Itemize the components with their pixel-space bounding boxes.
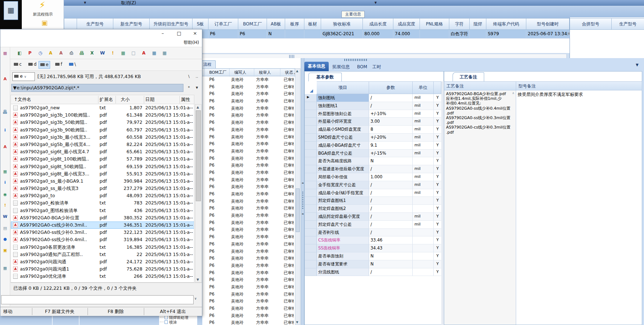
flow-column-header[interactable]: 核审人 [254, 69, 280, 77]
grid-column-header[interactable]: 升级前旧生产型号 [150, 18, 193, 30]
grid-cell[interactable] [304, 30, 321, 38]
grid-cell[interactable] [470, 30, 486, 38]
file-row[interactable]: Aas97902ga0_sig8t_50欧姆阻..pdf69,1592025/0… [11, 163, 194, 170]
param-value-cell[interactable]: / [369, 94, 413, 102]
param-row[interactable]: SMD焊盘尺寸公差+/-20%milY [305, 134, 441, 142]
param-row-marker[interactable] [305, 134, 317, 142]
param-unit-cell[interactable] [413, 236, 434, 244]
file-row[interactable]: Aas97902ga0_ss_最小BGA9.1pdf390,9842025/06… [11, 178, 194, 185]
param-item-cell[interactable]: 是否为高精度线路 [317, 157, 369, 165]
info-icon[interactable]: i [2, 127, 8, 133]
scroll-up-icon[interactable]: ∧ [511, 92, 515, 96]
param-flag-cell[interactable]: Y [434, 134, 441, 142]
param-flag-cell[interactable]: Y [434, 157, 441, 165]
grid-column-header[interactable]: 生产型号 [77, 18, 113, 30]
grid-column-header[interactable]: 成品宽度 [393, 18, 420, 30]
parent-dir-button[interactable]: .. [194, 73, 200, 80]
tree-item[interactable]: 喷涂 [159, 320, 197, 325]
grid-cell[interactable]: N [267, 30, 285, 38]
param-value-cell[interactable]: N [369, 157, 413, 165]
palette-icon[interactable]: ▩ [2, 50, 8, 56]
file-row[interactable]: as97902ga0各层更改清单txt16,3852025/06/13 15:0… [11, 244, 194, 251]
param-item-cell[interactable]: SMD焊盘尺寸公差 [317, 134, 369, 142]
scroll-up-icon[interactable]: ▲ [296, 69, 299, 73]
param-row[interactable]: 分流线图纸/Y [305, 268, 441, 276]
word-icon[interactable]: W [99, 50, 106, 56]
param-unit-cell[interactable]: mil [413, 142, 434, 150]
param-row[interactable]: 外层通道补偿后最小宽度/milY [305, 165, 441, 173]
drive-button-d[interactable]: d [27, 61, 38, 69]
param-column-header[interactable]: 参数 [369, 81, 413, 94]
image3-icon[interactable]: ▦ [161, 50, 168, 56]
word-icon[interactable]: W [2, 214, 8, 220]
grid-cell[interactable] [420, 30, 449, 38]
chevron-down-icon[interactable]: ▼ [374, 1, 377, 4]
param-flag-cell[interactable]: Y [434, 252, 441, 260]
column-size[interactable]: 大小 [121, 97, 130, 103]
param-item-cell[interactable]: 金手指宽度尺寸公差 [317, 181, 369, 189]
param-row-marker[interactable] [305, 260, 317, 268]
param-flag-cell[interactable]: Y [434, 189, 441, 197]
param-flag-cell[interactable]: Y [434, 268, 441, 276]
user-icon[interactable]: ● [2, 236, 8, 242]
clock-icon[interactable]: ◷ [37, 50, 44, 56]
collapse-left-icon[interactable]: ◄ [301, 212, 303, 215]
minimize-button[interactable]: – [157, 31, 168, 37]
param-value-cell[interactable]: N [369, 252, 413, 260]
param-item-cell[interactable]: 是否单面蚀刻 [317, 252, 369, 260]
file-row[interactable]: AAS97902GA0-cs线少补0.3mil..pdf346,3512025/… [11, 222, 194, 229]
maximize-button[interactable]: □ [174, 31, 185, 37]
merge-column-header[interactable]: 生产型号 [612, 18, 644, 30]
file-row[interactable]: AAS97902GA0-BGA少补位置pdf380,3522025/06/13 … [11, 214, 194, 222]
flow-scrollbar[interactable]: ▲ ▼ [295, 68, 300, 325]
param-row[interactable]: 金手指宽度尺寸公差/milY [305, 181, 441, 189]
menu-help[interactable]: 帮助(H) [184, 40, 199, 46]
param-flag-cell[interactable]: Y [434, 221, 441, 229]
scroll-grip[interactable] [289, 55, 294, 58]
blank-doc-icon[interactable]: □ [130, 50, 137, 56]
param-item-cell[interactable]: 局部最小补偿值 [317, 173, 369, 181]
param-row-marker[interactable] [305, 236, 317, 244]
param-unit-cell[interactable]: mil [413, 165, 434, 173]
param-value-cell[interactable]: N [369, 260, 413, 268]
font-yellow-icon[interactable]: A [47, 50, 54, 56]
file-row[interactable]: as97902ga0优化清单txt2662025/06/13 15:01-a-- [11, 273, 194, 280]
chevron-down-icon[interactable]: ▼ [634, 62, 640, 68]
param-row-marker[interactable] [305, 213, 317, 221]
drive-button-e[interactable]: e [39, 61, 50, 69]
param-flag-cell[interactable]: Y [434, 150, 441, 158]
param-row[interactable]: 外层最小焊环宽度3.00milY [305, 118, 441, 126]
param-unit-cell[interactable]: mil [413, 118, 434, 126]
param-item-cell[interactable]: 蚀刻图纸 [317, 94, 369, 102]
image-icon[interactable]: ▦ [120, 50, 127, 56]
param-row[interactable]: 成品最小BGA焊盘尺寸9.1milY [305, 142, 441, 150]
file-row[interactable]: Aas97902ga0_sig3b_50欧姆阻..pdf79,9722025/0… [11, 119, 194, 126]
calculator-icon[interactable]: ▦ [4, 1, 18, 20]
param-unit-cell[interactable]: mil [413, 126, 434, 134]
file-row[interactable]: as97902ga0_图纸检验清单txt4362025/06/13 15:01-… [11, 207, 194, 214]
param-unit-cell[interactable] [413, 197, 434, 205]
param-value-cell[interactable]: / [369, 165, 413, 173]
param-row-marker[interactable] [305, 150, 317, 158]
tab-basic-info[interactable]: 基本信息 [304, 62, 329, 71]
root-dir-button[interactable]: \ [186, 73, 192, 80]
file-row[interactable]: Aas97902ga0_sig6t_最小线宽4.7pdf65,6612025/0… [11, 148, 194, 155]
column-ext[interactable]: 扩展名 [100, 97, 113, 103]
file-row[interactable]: Aas97902ga0问题沟通pdf24,1722025/06/13 15:01… [11, 258, 194, 265]
folder-icon[interactable]: ▣ [2, 248, 8, 253]
param-row-marker[interactable] [305, 268, 317, 276]
param-item-cell[interactable]: 是否剥引线 [317, 229, 369, 237]
param-row-marker[interactable] [305, 189, 317, 197]
fn-button-alt-f4-exit[interactable]: Alt+F4 退出 [144, 309, 202, 315]
param-row-marker[interactable] [305, 181, 317, 189]
org-chart-icon[interactable]: 品 [78, 50, 85, 56]
acrobat-icon[interactable]: A [140, 50, 147, 56]
favorites-button[interactable]: * [186, 84, 192, 92]
param-flag-cell[interactable]: Y [434, 181, 441, 189]
history-button[interactable]: ▼ [194, 84, 200, 92]
cancel-button[interactable]: 取消(Z) [117, 0, 141, 5]
fn-button-f7-mkdir[interactable]: F7 新建文件夹 [32, 309, 88, 315]
param-flag-cell[interactable]: Y [434, 229, 441, 237]
param-flag-cell[interactable]: Y [434, 197, 441, 205]
scroll-down-icon[interactable]: ▼ [197, 278, 200, 281]
